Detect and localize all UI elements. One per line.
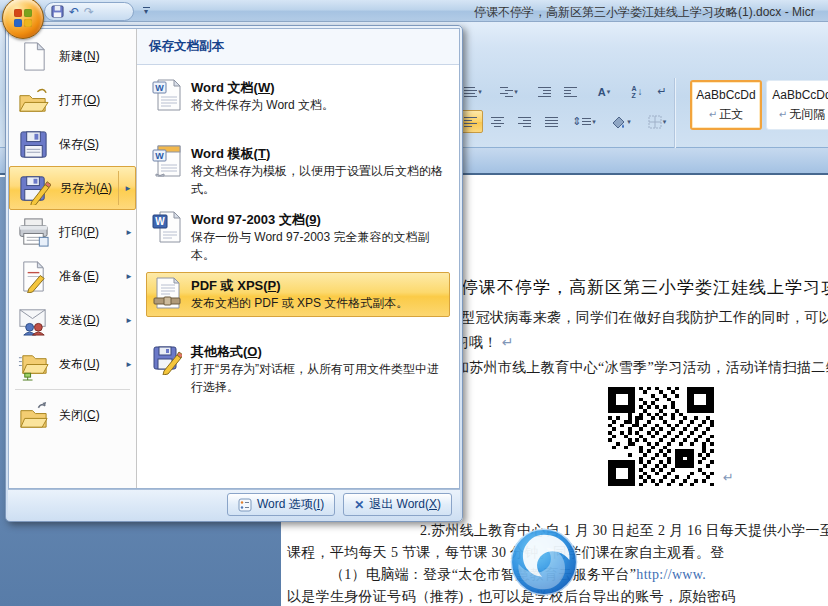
office-menu-left-pane: 新建(N) 打开(O) [9, 29, 137, 488]
show-marks-button[interactable]: ↵ [652, 80, 672, 103]
submenu-item-title: PDF 或 XPS(P) [191, 276, 444, 295]
menu-item-send[interactable]: 发送(D) ► [9, 298, 136, 342]
menu-item-publish[interactable]: 发布(U) ► [9, 342, 136, 386]
line-spacing-button[interactable]: ⇕ ▾ [568, 110, 600, 133]
style-name: ↵无间隔 [779, 106, 825, 123]
increase-indent-icon [564, 85, 577, 99]
multilevel-list-button[interactable]: ▾ [494, 80, 524, 103]
submenu-item-title: Word 文档(W) [191, 78, 444, 97]
shading-button[interactable]: ▾ [604, 110, 638, 133]
office-logo-icon [14, 9, 33, 28]
multilevel-list-icon [500, 85, 513, 99]
decrease-indent-button[interactable] [532, 80, 556, 103]
line-spacing-lines-icon [582, 116, 591, 127]
svg-text:W: W [155, 216, 165, 227]
new-document-icon [17, 40, 50, 73]
submenu-item-title: Word 97-2003 文档(9) [191, 210, 444, 229]
word-options-button[interactable]: Word 选项(I) [227, 493, 335, 516]
menu-item-label: 发送(D) [59, 312, 100, 329]
chevron-down-icon: ▾ [478, 88, 482, 96]
qr-code [604, 383, 718, 490]
menu-item-label: 关闭(C) [59, 407, 100, 424]
document-line: 习哦！ ↵ [455, 334, 514, 352]
word-options-icon [238, 498, 252, 512]
word-options-label: Word 选项(I) [257, 496, 324, 513]
align-center-button[interactable] [485, 110, 510, 133]
chevron-down-icon: ▾ [627, 118, 631, 126]
save-icon [17, 128, 50, 161]
menu-item-prepare[interactable]: 准备(E) ► [9, 254, 136, 298]
submenu-item-word-97-2003[interactable]: W Word 97-2003 文档(9) 保存一份与 Word 97-2003 … [140, 202, 456, 268]
borders-button[interactable]: ▾ [642, 110, 672, 133]
exit-icon: ✕ [354, 498, 364, 512]
align-right-button[interactable] [512, 110, 537, 133]
chevron-down-icon: ▾ [592, 118, 596, 126]
menu-item-save-as[interactable]: 另存为(A) ► [9, 166, 136, 210]
align-right-icon [518, 115, 531, 129]
close-document-icon [17, 399, 50, 432]
align-left-icon [464, 115, 477, 129]
paint-bucket-icon [611, 115, 626, 129]
quick-access-toolbar: ↶ ↷ [44, 2, 134, 21]
submenu-item-word-template[interactable]: W Word 模板(T) 将文档保存为模板，以便用于设置以后文档的格式。 [140, 136, 456, 202]
svg-text:W: W [155, 151, 164, 161]
exit-word-button[interactable]: ✕ 退出 Word(X) [343, 493, 452, 516]
submenu-item-description: 打开“另存为”对话框，从所有可用文件类型中进行选择。 [191, 361, 444, 396]
document-heading: 停课不停学，高新区第三小学娄江娃线上学习攻略 [461, 276, 828, 299]
menu-separator [15, 389, 130, 390]
style-name: ↵正文 [709, 106, 743, 123]
submenu-header: 保存文档副本 [137, 29, 459, 65]
submenu-arrow-icon: ► [125, 228, 133, 237]
menu-item-close[interactable]: 关闭(C) [9, 393, 136, 437]
submenu-item-description: 将文档保存为模板，以便用于设置以后文档的格式。 [191, 163, 444, 198]
menu-item-open[interactable]: 打开(O) [9, 78, 136, 122]
sort-button[interactable]: AZ ↓ [624, 80, 650, 103]
increase-indent-button[interactable] [558, 80, 582, 103]
redo-icon[interactable]: ↷ [84, 6, 94, 18]
menu-item-label: 打印(P) [59, 224, 99, 241]
undo-icon[interactable]: ↶ [69, 6, 79, 18]
svg-text:W: W [155, 83, 164, 93]
submenu-item-description: 发布文档的 PDF 或 XPS 文件格式副本。 [191, 295, 444, 313]
align-center-icon [491, 115, 504, 129]
menu-item-label: 发布(U) [59, 356, 100, 373]
menu-item-new[interactable]: 新建(N) [9, 34, 136, 78]
menu-item-print[interactable]: 打印(P) ► [9, 210, 136, 254]
show-marks-icon: ↵ [657, 85, 666, 98]
exit-word-label: 退出 Word(X) [369, 496, 441, 513]
decrease-indent-icon [538, 85, 551, 99]
submenu-arrow-icon: ► [125, 360, 133, 369]
submenu-item-pdf-xps[interactable]: PDF 或 XPS(P) 发布文档的 PDF 或 XPS 文件格式副本。 [140, 268, 456, 334]
other-formats-icon [152, 343, 182, 375]
chevron-down-icon: ▾ [663, 118, 667, 126]
open-folder-icon [17, 84, 50, 117]
pilcrow-icon: ↵ [709, 109, 717, 120]
publish-icon [17, 348, 50, 381]
menu-item-label: 打开(O) [59, 92, 100, 109]
print-icon [17, 216, 50, 249]
menu-item-label: 新建(N) [59, 48, 100, 65]
menu-item-save[interactable]: 保存(S) [9, 122, 136, 166]
asian-layout-icon: A [598, 86, 606, 98]
submenu-item-word-document[interactable]: W Word 文档(W) 将文件保存为 Word 文档。 [140, 70, 456, 136]
save-as-icon [18, 172, 51, 205]
office-menu-footer: Word 选项(I) ✕ 退出 Word(X) [8, 489, 460, 519]
asian-layout-button[interactable]: A ▾ [588, 80, 620, 103]
hyperlink[interactable]: http://www. [636, 567, 706, 582]
style-chip-no-spacing[interactable]: AaBbCcDd ↵无间隔 [766, 80, 828, 130]
submenu-item-title: Word 模板(T) [191, 144, 444, 163]
style-chip-normal[interactable]: AaBbCcDd ↵正文 [690, 80, 762, 130]
pilcrow-icon: ↵ [502, 335, 514, 350]
document-line: 2.苏州线上教育中心自 1 月 30 日起至 2 月 16 日每天提供小学一至 [420, 522, 828, 540]
justify-button[interactable] [539, 110, 564, 133]
word-97-2003-icon: W [152, 211, 182, 243]
customize-quick-access-icon[interactable]: ▾ [138, 3, 154, 20]
style-sample: AaBbCcDd [772, 88, 828, 102]
submenu-arrow-icon: ► [125, 316, 133, 325]
save-icon[interactable] [51, 5, 64, 18]
submenu-item-description: 将文件保存为 Word 文档。 [191, 97, 444, 115]
submenu-item-other-formats[interactable]: 其他格式(O) 打开“另存为”对话框，从所有可用文件类型中进行选择。 [140, 334, 456, 400]
prepare-icon [17, 260, 50, 293]
submenu-arrow-icon: ► [118, 171, 132, 205]
send-icon [17, 304, 50, 337]
